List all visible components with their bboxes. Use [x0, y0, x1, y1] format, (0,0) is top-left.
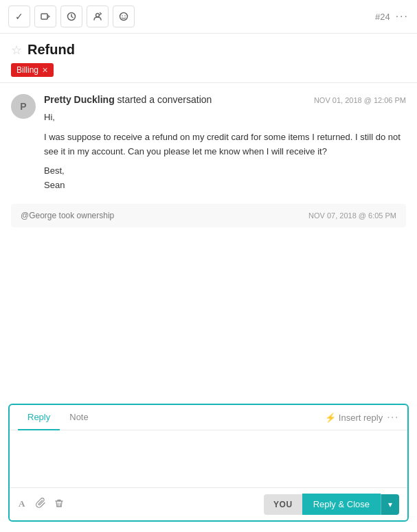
toolbar: ✓: [0, 0, 417, 34]
emoji-button[interactable]: [113, 5, 135, 27]
composer-tabs: Reply Note ⚡ Insert reply ···: [10, 405, 407, 430]
bolt-icon: ⚡: [325, 413, 336, 423]
tag-label: Billing: [16, 65, 38, 75]
ticket-title: Refund: [27, 42, 75, 58]
insert-reply-label: Insert reply: [339, 413, 383, 423]
reply-close-button[interactable]: Reply & Close: [302, 494, 381, 515]
svg-rect-0: [41, 14, 47, 19]
you-button[interactable]: YOU: [264, 494, 302, 515]
tags-area: Billing ✕: [11, 63, 406, 77]
svg-point-3: [120, 13, 128, 21]
text-format-icon[interactable]: A: [18, 498, 29, 511]
clock-button[interactable]: [60, 5, 82, 27]
svg-point-4: [122, 15, 123, 16]
chevron-down-icon: ▾: [388, 500, 392, 509]
label-button[interactable]: [34, 5, 56, 27]
message-header: Pretty Duckling started a conversation N…: [44, 94, 406, 105]
footer-formatting: A: [18, 498, 65, 511]
composer-footer: A YOU Reply & Close ▾: [10, 487, 407, 520]
svg-text:A: A: [19, 498, 25, 509]
star-icon[interactable]: ☆: [11, 43, 22, 58]
message-content: Pretty Duckling started a conversation N…: [44, 94, 406, 193]
message-line-2: I was suppose to receive a refund on my …: [44, 130, 406, 159]
footer-actions: YOU Reply & Close ▾: [264, 494, 399, 515]
toolbar-meta: #24 ···: [375, 10, 409, 23]
message-line-3: Best,Sean: [44, 164, 406, 193]
message-block: P Pretty Duckling started a conversation…: [11, 94, 406, 193]
activity-row: @George took ownership NOV 07, 2018 @ 6:…: [11, 204, 406, 227]
svg-point-5: [124, 15, 126, 16]
message-line-1: Hi,: [44, 111, 406, 125]
reply-close-dropdown-button[interactable]: ▾: [381, 494, 399, 515]
conversation-area: P Pretty Duckling started a conversation…: [0, 83, 417, 238]
tag-remove-button[interactable]: ✕: [42, 66, 48, 75]
insert-reply-button[interactable]: ⚡ Insert reply: [325, 413, 383, 423]
spacer: [0, 238, 417, 404]
reply-text-input[interactable]: [10, 430, 407, 485]
composer-tabs-left: Reply Note: [18, 405, 98, 430]
ticket-number: #24: [375, 12, 390, 22]
message-sender: Pretty Duckling started a conversation: [44, 94, 212, 105]
tab-note[interactable]: Note: [60, 405, 98, 430]
title-area: ☆ Refund Billing ✕: [0, 34, 417, 83]
activity-time: NOV 07, 2018 @ 6:05 PM: [308, 211, 396, 220]
message-time: NOV 01, 2018 @ 12:06 PM: [314, 96, 406, 104]
svg-point-2: [96, 14, 100, 17]
sender-name: Pretty Duckling: [44, 94, 115, 105]
toolbar-actions: ✓: [8, 5, 135, 27]
assign-button[interactable]: [87, 5, 109, 27]
title-row: ☆ Refund: [11, 42, 406, 58]
composer-tabs-right: ⚡ Insert reply ···: [325, 411, 399, 424]
reply-composer: Reply Note ⚡ Insert reply ··· A: [8, 404, 409, 522]
main-content: ☆ Refund Billing ✕ P Pretty Duckling sta…: [0, 34, 417, 530]
delete-icon[interactable]: [54, 498, 65, 511]
avatar: P: [11, 94, 36, 119]
composer-more-button[interactable]: ···: [387, 411, 399, 424]
more-options-button[interactable]: ···: [396, 10, 409, 23]
sender-action: started a conversation: [117, 94, 212, 105]
attachment-icon[interactable]: [36, 498, 47, 511]
activity-text: @George took ownership: [21, 211, 114, 220]
tab-reply[interactable]: Reply: [18, 405, 60, 430]
check-button[interactable]: ✓: [8, 5, 30, 27]
message-body: Hi, I was suppose to receive a refund on…: [44, 111, 406, 193]
billing-tag: Billing ✕: [11, 63, 54, 77]
